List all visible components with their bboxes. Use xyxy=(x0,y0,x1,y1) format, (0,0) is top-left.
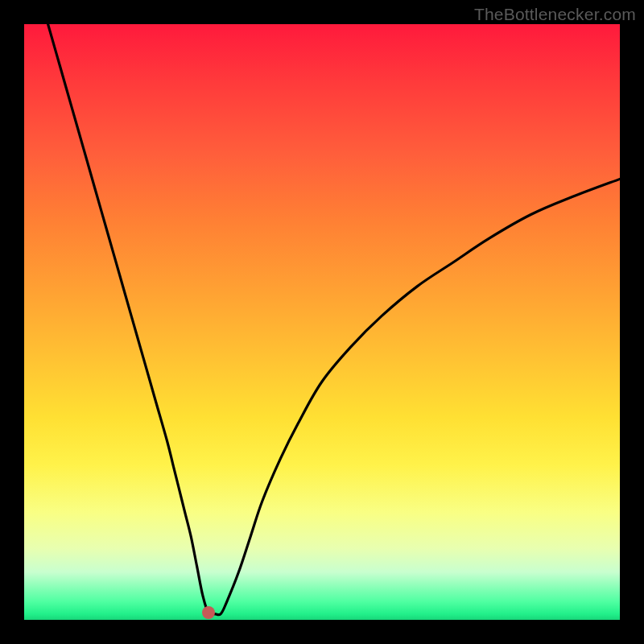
watermark-text: TheBottleneсker.com xyxy=(474,5,636,24)
optimal-point-marker xyxy=(202,606,215,619)
plot-area xyxy=(24,24,620,620)
chart-frame: TheBottleneсker.com xyxy=(0,0,644,644)
bottleneck-curve xyxy=(24,24,620,620)
